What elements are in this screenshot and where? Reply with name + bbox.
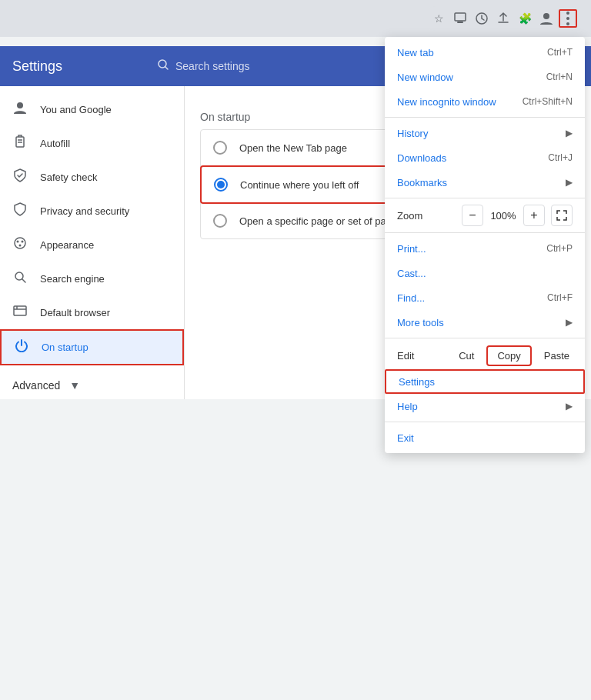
radio-new-tab[interactable] — [213, 141, 227, 155]
startup-option-specific-page-label: Open a specific page or set of pages — [239, 215, 402, 227]
menu-divider-4 — [385, 338, 585, 338]
menu-divider-2 — [385, 198, 585, 198]
sidebar-label-autofill: Autofill — [40, 138, 70, 149]
zoom-value: 100% — [489, 210, 517, 222]
svg-point-12 — [15, 238, 25, 248]
menu-help[interactable]: Help ▶ — [385, 394, 585, 418]
menu-copy-button[interactable]: Copy — [486, 345, 531, 366]
privacy-shield-icon — [12, 202, 28, 220]
svg-point-8 — [17, 102, 23, 108]
sidebar-item-autofill[interactable]: Autofill — [0, 126, 184, 160]
menu-more-tools[interactable]: More tools ▶ — [385, 310, 585, 335]
startup-option-continue-label: Continue where you left off — [240, 179, 359, 191]
media-icon[interactable] — [451, 9, 469, 28]
sidebar-item-search-engine[interactable]: Search engine — [0, 262, 184, 295]
menu-zoom-row: Zoom − 100% + — [385, 202, 585, 229]
menu-divider-1 — [385, 117, 585, 118]
svg-rect-1 — [457, 22, 463, 23]
menu-history[interactable]: History ▶ — [385, 121, 585, 145]
menu-new-window[interactable]: New window Ctrl+N — [385, 65, 585, 89]
chrome-menu: New tab Ctrl+T New window Ctrl+N New inc… — [385, 37, 585, 453]
menu-new-incognito[interactable]: New incognito window Ctrl+Shift+N — [385, 89, 585, 114]
svg-point-4 — [566, 12, 569, 15]
sidebar-label-privacy: Privacy and security — [40, 205, 129, 217]
sidebar-label-safety: Safety check — [40, 172, 97, 183]
sidebar-label-appearance: Appearance — [40, 239, 94, 251]
svg-point-13 — [17, 240, 19, 242]
radio-inner-continue — [217, 181, 225, 188]
svg-point-6 — [566, 22, 569, 25]
palette-icon — [12, 236, 28, 254]
sidebar-item-safety-check[interactable]: Safety check — [0, 160, 184, 194]
menu-new-tab[interactable]: New tab Ctrl+T — [385, 40, 585, 65]
clipboard-icon — [12, 135, 28, 152]
sidebar-item-you-and-google[interactable]: You and Google — [0, 92, 184, 126]
menu-exit[interactable]: Exit — [385, 425, 585, 450]
svg-point-3 — [543, 13, 549, 19]
browser-toolbar: ☆ 🧩 — [0, 0, 591, 37]
person-icon — [12, 101, 28, 118]
search-engine-icon — [12, 270, 28, 288]
menu-cast[interactable]: Cast... — [385, 261, 585, 285]
radio-continue[interactable] — [214, 178, 228, 192]
power-icon — [14, 338, 29, 356]
shield-check-icon — [12, 168, 28, 186]
search-icon — [157, 58, 169, 74]
search-settings-placeholder: Search settings — [175, 60, 250, 72]
chevron-down-icon: ▼ — [69, 379, 80, 392]
menu-bookmarks[interactable]: Bookmarks ▶ — [385, 170, 585, 195]
zoom-increase-button[interactable]: + — [523, 205, 545, 226]
sidebar-label-search: Search engine — [40, 273, 105, 285]
zoom-decrease-button[interactable]: − — [462, 205, 483, 226]
svg-point-5 — [566, 17, 569, 20]
radio-specific-page[interactable] — [213, 214, 227, 228]
sidebar-item-appearance[interactable]: Appearance — [0, 228, 184, 262]
menu-cut-button[interactable]: Cut — [449, 347, 483, 365]
avatar-icon[interactable] — [537, 9, 556, 28]
sidebar-label-browser: Default browser — [40, 307, 110, 318]
menu-paste-button[interactable]: Paste — [535, 347, 579, 365]
sidebar-label-you-google: You and Google — [40, 104, 112, 115]
menu-print[interactable]: Print... Ctrl+P — [385, 236, 585, 261]
chrome-menu-icon[interactable] — [559, 9, 577, 28]
settings-sidebar: You and Google Autofill — [0, 86, 185, 399]
star-icon[interactable]: ☆ — [429, 9, 448, 28]
menu-edit-row: Edit Cut Copy Paste — [385, 342, 585, 369]
settings-title: Settings — [12, 58, 135, 75]
upload-icon[interactable] — [494, 9, 513, 28]
sidebar-label-startup: On startup — [42, 342, 88, 353]
startup-option-new-tab-label: Open the New Tab page — [239, 142, 347, 154]
advanced-section[interactable]: Advanced ▼ — [0, 372, 184, 399]
svg-point-14 — [22, 240, 24, 242]
circle-arrow-icon[interactable] — [472, 9, 491, 28]
svg-rect-0 — [455, 13, 466, 21]
svg-rect-17 — [14, 306, 26, 315]
sidebar-item-on-startup[interactable]: On startup — [0, 329, 184, 365]
menu-divider-3 — [385, 232, 585, 233]
menu-settings[interactable]: Settings — [385, 369, 585, 394]
sidebar-item-privacy[interactable]: Privacy and security — [0, 194, 184, 228]
fullscreen-button[interactable] — [551, 205, 573, 226]
sidebar-item-default-browser[interactable]: Default browser — [0, 295, 184, 329]
menu-divider-5 — [385, 422, 585, 422]
advanced-label: Advanced — [12, 379, 60, 392]
toolbar-icons-group: ☆ 🧩 — [423, 6, 583, 31]
browser-icon — [12, 304, 28, 322]
extensions-icon[interactable]: 🧩 — [516, 9, 534, 28]
menu-downloads[interactable]: Downloads Ctrl+J — [385, 145, 585, 170]
svg-point-15 — [19, 244, 22, 246]
menu-find[interactable]: Find... Ctrl+F — [385, 285, 585, 310]
